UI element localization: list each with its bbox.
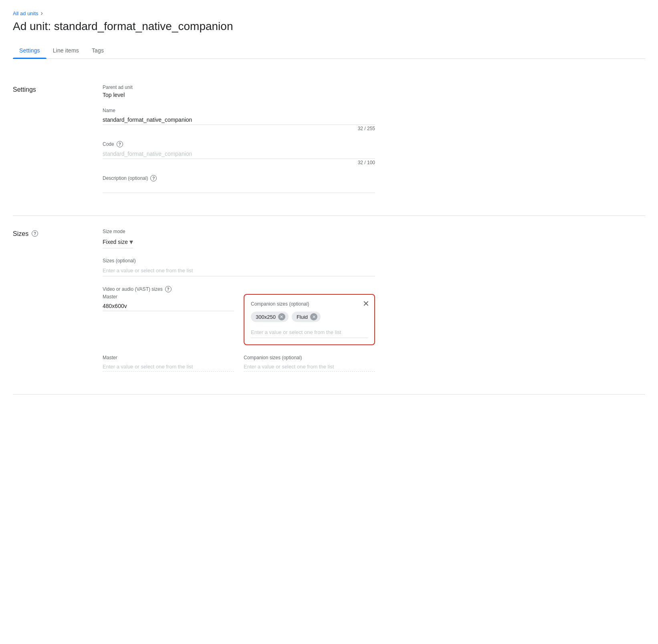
code-field: Code ? 32 / 100: [103, 141, 375, 165]
size-mode-dropdown[interactable]: Fixed size ▾: [103, 236, 133, 248]
code-input[interactable]: [103, 149, 375, 159]
chip-300x250: 300x250 ✕: [251, 312, 289, 322]
master-field-2: Master Enter a value or select one from …: [103, 355, 234, 372]
vast-row-2: Master Enter a value or select one from …: [103, 355, 375, 372]
description-field: Description (optional) ?: [103, 175, 375, 193]
sizes-optional-field: Sizes (optional) Enter a value or select…: [103, 258, 375, 276]
settings-section-label: Settings: [13, 85, 93, 203]
page-title: Ad unit: standard_format_native_companio…: [13, 20, 645, 33]
chip-fluid-label: Fluid: [297, 314, 308, 320]
vast-row-1: Master 480x600v Companion sizes (optiona…: [103, 294, 375, 345]
code-char-count: 32 / 100: [103, 160, 375, 165]
master-field-1: Master 480x600v: [103, 294, 234, 311]
vast-sizes-label: Video or audio (VAST) sizes ?: [103, 286, 375, 292]
sizes-optional-label: Sizes (optional): [103, 258, 375, 264]
sizes-section: Sizes ? Size mode Fixed size ▾ Sizes (op…: [13, 216, 645, 394]
description-label: Description (optional) ?: [103, 175, 375, 181]
master-label-1: Master: [103, 294, 234, 300]
parent-ad-unit-field: Parent ad unit Top level: [103, 85, 375, 98]
companion-sizes-label: Companion sizes (optional): [251, 301, 368, 307]
chip-300x250-label: 300x250: [256, 314, 276, 320]
vast-sizes-field: Video or audio (VAST) sizes ? Master 480…: [103, 286, 375, 372]
companion-input-2[interactable]: Enter a value or select one from the lis…: [244, 362, 375, 372]
companion-field-2: Companion sizes (optional) Enter a value…: [244, 355, 375, 372]
description-input[interactable]: [103, 183, 375, 193]
parent-ad-unit-label: Parent ad unit: [103, 85, 375, 90]
companion-input-1[interactable]: Enter a value or select one from the lis…: [251, 327, 368, 338]
master-value-1: 480x600v: [103, 301, 234, 311]
code-label: Code ?: [103, 141, 375, 147]
companion-chips: 300x250 ✕ Fluid ✕: [251, 312, 368, 322]
chip-fluid: Fluid ✕: [292, 312, 321, 322]
code-help-icon[interactable]: ?: [117, 141, 123, 147]
parent-ad-unit-value: Top level: [103, 92, 375, 98]
breadcrumb-label: All ad units: [13, 10, 38, 16]
breadcrumb-chevron: ›: [41, 10, 43, 17]
sizes-section-label: Sizes ?: [13, 229, 93, 381]
sizes-content: Size mode Fixed size ▾ Sizes (optional) …: [103, 229, 375, 381]
popup-close-button[interactable]: ✕: [363, 300, 369, 308]
name-field: Name 32 / 255: [103, 108, 375, 131]
master-input-2[interactable]: Enter a value or select one from the lis…: [103, 362, 234, 372]
size-mode-label: Size mode: [103, 229, 375, 234]
tabs-bar: Settings Line items Tags: [13, 42, 645, 59]
tab-line-items[interactable]: Line items: [46, 42, 85, 58]
size-mode-field: Size mode Fixed size ▾: [103, 229, 375, 248]
settings-content: Parent ad unit Top level Name 32 / 255 C…: [103, 85, 375, 203]
name-char-count: 32 / 255: [103, 126, 375, 131]
settings-section: Settings Parent ad unit Top level Name 3…: [13, 72, 645, 216]
tab-tags[interactable]: Tags: [85, 42, 110, 58]
companion-label-2: Companion sizes (optional): [244, 355, 375, 360]
dropdown-arrow-icon: ▾: [129, 237, 133, 246]
chip-fluid-close[interactable]: ✕: [310, 313, 317, 320]
master-label-2: Master: [103, 355, 234, 360]
size-mode-value: Fixed size: [103, 239, 128, 245]
breadcrumb[interactable]: All ad units ›: [13, 10, 645, 17]
tab-settings[interactable]: Settings: [13, 42, 46, 58]
description-help-icon[interactable]: ?: [150, 175, 157, 181]
companion-popup: Companion sizes (optional) 300x250 ✕ Flu…: [244, 294, 375, 345]
name-label: Name: [103, 108, 375, 113]
chip-300x250-close[interactable]: ✕: [278, 313, 285, 320]
sizes-optional-input[interactable]: Enter a value or select one from the lis…: [103, 265, 375, 276]
vast-help-icon[interactable]: ?: [165, 286, 172, 292]
sizes-help-icon[interactable]: ?: [32, 230, 38, 237]
name-input[interactable]: [103, 115, 375, 125]
